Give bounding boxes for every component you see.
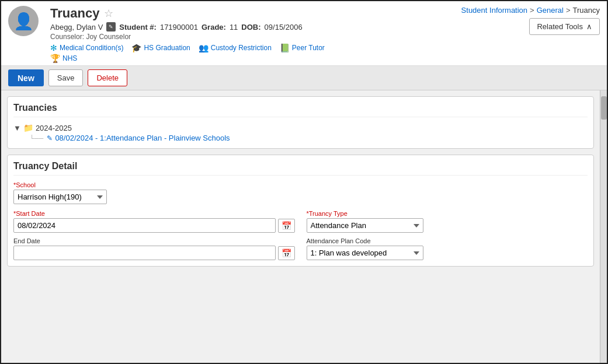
badge-peer-tutor[interactable]: 📗 Peer Tutor: [280, 43, 325, 52]
custody-icon: 👥: [199, 43, 209, 52]
badge-peer-label: Peer Tutor: [292, 44, 325, 52]
breadcrumb: Student Information > General > Truancy: [461, 6, 600, 15]
graduation-icon: 🎓: [131, 43, 141, 52]
tree-entry: └── ✎ 08/02/2024 - 1:Attendance Plan - P…: [30, 134, 588, 142]
left-panel: Truancies ▼ 📁 2024-2025 └── ✎ 08/02/2024…: [1, 90, 600, 364]
truancy-type-label: *Truancy Type: [307, 210, 588, 217]
counselor-label: Counselor:: [50, 33, 84, 41]
badge-medical[interactable]: ✻ Medical Condition(s): [50, 43, 123, 52]
grade-label: Grade:: [201, 23, 226, 32]
start-date-input[interactable]: [13, 218, 276, 233]
badge-nhs-label: NHS: [62, 54, 77, 62]
breadcrumb-sep-1: >: [530, 6, 534, 15]
truancy-detail-section: Truancy Detail *School Harrison High(190…: [7, 155, 594, 267]
tree-folder-icon: 📁: [23, 123, 33, 132]
header-right: Student Information > General > Truancy …: [461, 6, 600, 35]
school-label: *School: [13, 181, 588, 188]
badges-row: ✻ Medical Condition(s) 🎓 HS Graduation 👥…: [50, 43, 325, 52]
truancies-title: Truancies: [13, 103, 588, 117]
related-tools-button[interactable]: Related Tools ∧: [529, 18, 600, 35]
student-info: Truancy ☆ Abegg, Dylan V ✎ Student #: 17…: [50, 6, 325, 63]
new-button[interactable]: New: [8, 69, 44, 86]
edit-student-icon[interactable]: ✎: [106, 22, 116, 32]
badge-custody[interactable]: 👥 Custody Restriction: [199, 43, 272, 52]
save-button[interactable]: Save: [48, 69, 84, 86]
attendance-plan-code-label: Attendance Plan Code: [307, 237, 588, 244]
end-date-label: End Date: [13, 237, 295, 244]
medical-icon: ✻: [50, 43, 57, 52]
favorite-icon[interactable]: ☆: [104, 7, 113, 20]
student-details-row: Abegg, Dylan V ✎ Student #: 171900001 Gr…: [50, 22, 325, 32]
student-number-label: Student #:: [119, 23, 157, 32]
tree-connector: └──: [30, 135, 43, 142]
start-date-calendar-icon[interactable]: 📅: [278, 219, 295, 233]
nhs-row: 🏆 NHS: [50, 54, 325, 63]
tree-entry-date: 08/02/2024: [55, 134, 93, 142]
truancies-section: Truancies ▼ 📁 2024-2025 └── ✎ 08/02/2024…: [7, 96, 594, 149]
attendance-plan-code-select[interactable]: 1: Plan was developed: [307, 246, 423, 260]
badge-graduation[interactable]: 🎓 HS Graduation: [131, 43, 190, 52]
avatar-silhouette: 👤: [13, 12, 34, 31]
breadcrumb-sep-2: >: [566, 6, 571, 15]
student-name: Abegg, Dylan V: [50, 23, 103, 32]
badge-custody-label: Custody Restriction: [211, 44, 272, 52]
breadcrumb-student-info[interactable]: Student Information: [461, 6, 527, 15]
counselor-row: Counselor: Joy Counselor: [50, 33, 325, 41]
school-select[interactable]: Harrison High(190): [13, 190, 107, 204]
delete-button[interactable]: Delete: [88, 69, 127, 86]
tree-edit-icon: ✎: [47, 134, 53, 142]
breadcrumb-general[interactable]: General: [537, 6, 564, 15]
start-date-label: *Start Date: [13, 210, 295, 217]
main-content: Truancies ▼ 📁 2024-2025 └── ✎ 08/02/2024…: [1, 90, 607, 364]
toolbar-actions: New Save Delete: [8, 69, 127, 86]
badge-nhs[interactable]: 🏆 NHS: [50, 54, 77, 63]
counselor-name: Joy Counselor: [86, 33, 131, 41]
truancy-type-col: *Truancy Type Attendance Plan: [307, 210, 588, 233]
student-number: 171900001: [160, 23, 198, 32]
page-title: Truancy: [50, 6, 99, 21]
related-tools-chevron-icon: ∧: [586, 22, 592, 31]
truancy-detail-title: Truancy Detail: [13, 161, 588, 176]
truancy-type-select[interactable]: Attendance Plan: [307, 218, 423, 233]
nhs-icon: 🏆: [50, 54, 60, 63]
tree-year-item: ▼ 📁 2024-2025: [13, 122, 588, 134]
tree-entry-label: 1:Attendance Plan - Plainview Schools: [100, 134, 230, 142]
end-date-input[interactable]: [13, 246, 276, 260]
dob-label: DOB:: [241, 23, 260, 32]
badge-medical-label: Medical Condition(s): [60, 44, 123, 52]
dob-value: 09/15/2006: [265, 23, 303, 32]
tree-year-label: 2024-2025: [36, 124, 72, 132]
avatar: 👤: [8, 6, 39, 36]
badge-graduation-label: HS Graduation: [144, 44, 190, 52]
toolbar: New Save Delete: [1, 66, 607, 90]
end-date-col: End Date 📅: [13, 237, 295, 260]
attendance-plan-code-col: Attendance Plan Code 1: Plan was develop…: [307, 237, 588, 260]
page-header: 👤 Truancy ☆ Abegg, Dylan V ✎ Student #: …: [1, 1, 607, 66]
scrollbar-thumb[interactable]: [601, 96, 607, 120]
end-date-wrap: 📅: [13, 246, 295, 260]
start-date-col: *Start Date 📅: [13, 210, 295, 233]
tree-collapse-icon[interactable]: ▼: [13, 124, 21, 132]
grade-value: 11: [230, 23, 238, 32]
start-date-wrap: 📅: [13, 218, 295, 233]
end-date-calendar-icon[interactable]: 📅: [278, 246, 295, 260]
end-code-row: End Date 📅 Attendance Plan Code 1: Plan …: [13, 237, 588, 260]
breadcrumb-current: Truancy: [573, 6, 600, 15]
date-type-row: *Start Date 📅 *Truancy Type Attendance P…: [13, 210, 588, 233]
school-field: *School Harrison High(190): [13, 181, 588, 204]
related-tools-label: Related Tools: [537, 22, 583, 31]
peer-tutor-icon: 📗: [280, 43, 290, 52]
tree-entry-link[interactable]: 08/02/2024 - 1:Attendance Plan - Plainvi…: [55, 134, 230, 142]
tree-entry-separator: -: [95, 134, 100, 142]
scrollbar-track[interactable]: [600, 90, 607, 364]
